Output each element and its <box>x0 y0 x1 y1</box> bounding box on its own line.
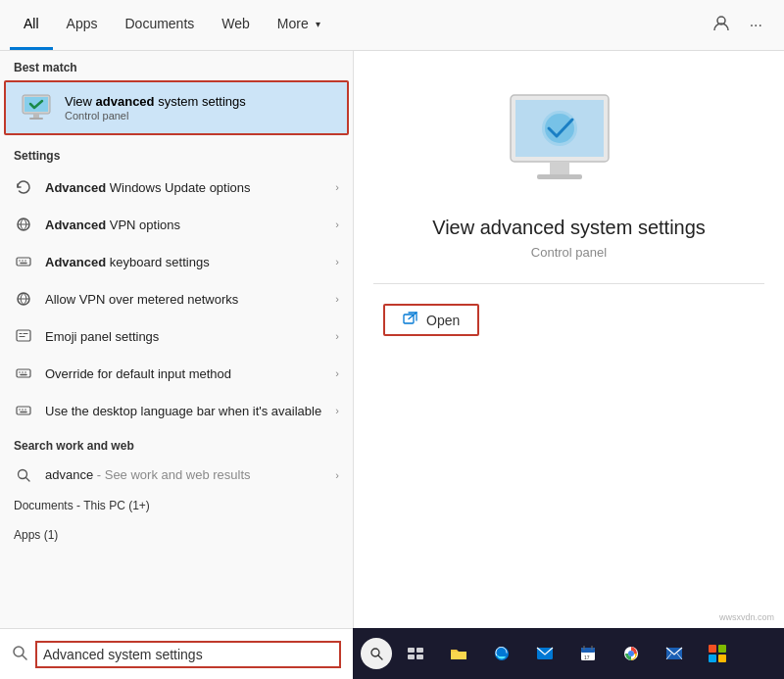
svg-rect-14 <box>17 330 30 341</box>
arrow-icon-1: › <box>335 181 339 193</box>
search-input[interactable] <box>35 641 341 668</box>
svg-rect-56 <box>718 645 726 653</box>
taskbar-calendar-button[interactable]: 17 <box>568 634 608 673</box>
svg-rect-34 <box>550 162 569 175</box>
search-web-item[interactable]: advance - See work and web results › <box>0 459 353 491</box>
tab-more[interactable]: More ▾ <box>264 0 334 50</box>
taskbar-mail-button[interactable] <box>655 634 694 673</box>
taskbar-search-button[interactable] <box>361 638 392 669</box>
taskbar-email-button[interactable] <box>525 634 564 673</box>
settings-item-vpn[interactable]: Advanced VPN options › <box>0 206 353 243</box>
tab-all[interactable]: All <box>10 0 53 50</box>
vpn-icon <box>14 215 33 234</box>
settings-item-input-method[interactable]: Override for default input method › <box>0 355 353 392</box>
arrow-icon-6: › <box>335 367 339 379</box>
svg-rect-45 <box>416 655 423 659</box>
svg-rect-42 <box>408 648 415 653</box>
svg-rect-48 <box>581 648 595 653</box>
settings-section-header: Settings <box>0 139 353 169</box>
input-icon <box>14 364 33 383</box>
settings-item-5-label: Emoji panel settings <box>45 329 323 344</box>
documents-section: Documents - This PC (1+) <box>0 491 353 520</box>
svg-line-29 <box>26 477 30 481</box>
taskbar: 17 <box>353 628 784 679</box>
arrow-icon-7: › <box>335 405 339 416</box>
right-divider <box>373 283 764 284</box>
svg-rect-23 <box>17 407 30 414</box>
taskbar-edge-button[interactable] <box>482 634 521 673</box>
svg-rect-57 <box>709 655 716 662</box>
svg-text:17: 17 <box>584 655 590 660</box>
svg-line-39 <box>23 655 26 659</box>
emoji-icon <box>14 326 33 346</box>
search-web-arrow: › <box>335 469 339 481</box>
search-web-text: advance - See work and web results <box>45 467 323 482</box>
left-panel: Best match View advanced system <box>0 51 353 679</box>
settings-item-keyboard[interactable]: Advanced keyboard settings › <box>0 243 353 280</box>
svg-rect-44 <box>408 655 415 659</box>
chevron-down-icon: ▾ <box>316 19 320 29</box>
taskbar-more-button[interactable] <box>698 634 737 673</box>
svg-rect-7 <box>17 258 30 266</box>
language-icon <box>14 401 33 420</box>
svg-rect-3 <box>33 114 39 118</box>
watermark: wwsxvdn.com <box>719 612 774 622</box>
best-match-title: View advanced system settings <box>65 94 246 111</box>
settings-item-emoji[interactable]: Emoji panel settings › <box>0 317 353 355</box>
best-match-text: View advanced system settings Control pa… <box>65 94 246 122</box>
apps-section: Apps (1) <box>0 520 353 550</box>
svg-point-53 <box>628 651 634 656</box>
best-match-header: Best match <box>0 51 353 80</box>
settings-item-windows-update[interactable]: Advanced Windows Update options › <box>0 169 353 206</box>
keyboard-icon <box>14 252 33 271</box>
svg-rect-43 <box>416 648 423 653</box>
open-label: Open <box>426 313 460 328</box>
search-web-icon <box>14 468 33 482</box>
monitor-illustration <box>506 90 633 197</box>
taskbar-taskview-button[interactable] <box>396 634 435 673</box>
svg-rect-18 <box>17 369 30 377</box>
right-panel-title: View advanced system settings <box>432 217 706 239</box>
nav-tabs: All Apps Documents Web More ▾ ··· <box>0 0 784 51</box>
svg-line-41 <box>378 655 382 659</box>
svg-rect-58 <box>718 655 726 662</box>
search-icon-bottom <box>12 645 27 664</box>
vpn2-icon <box>14 289 33 309</box>
right-panel: View advanced system settings Control pa… <box>353 51 784 679</box>
tab-apps[interactable]: Apps <box>53 0 112 50</box>
sync-icon <box>14 177 33 197</box>
settings-list: Advanced Windows Update options › Advanc… <box>0 169 353 429</box>
settings-item-1-label: Advanced Windows Update options <box>45 180 323 195</box>
arrow-icon-3: › <box>335 256 339 267</box>
tab-documents[interactable]: Documents <box>111 0 208 50</box>
settings-item-4-label: Allow VPN over metered networks <box>45 292 323 307</box>
settings-item-language-bar[interactable]: Use the desktop language bar when it's a… <box>0 392 353 429</box>
monitor-small-icon <box>20 90 55 125</box>
settings-item-3-label: Advanced keyboard settings <box>45 255 323 269</box>
right-panel-subtitle: Control panel <box>531 245 607 260</box>
svg-rect-4 <box>29 118 43 120</box>
best-match-item[interactable]: View advanced system settings Control pa… <box>4 80 349 135</box>
open-icon <box>403 312 418 328</box>
settings-item-metered-vpn[interactable]: Allow VPN over metered networks › <box>0 280 353 317</box>
user-icon[interactable] <box>709 11 734 40</box>
svg-rect-55 <box>709 645 716 653</box>
open-button[interactable]: Open <box>383 304 479 336</box>
more-icon[interactable]: ··· <box>746 13 766 38</box>
svg-rect-2 <box>24 97 48 112</box>
taskbar-folder-button[interactable] <box>439 634 478 673</box>
search-web-header: Search work and web <box>0 429 353 459</box>
best-match-subtitle: Control panel <box>65 110 246 121</box>
settings-item-7-label: Use the desktop language bar when it's a… <box>45 404 323 418</box>
search-bar <box>0 628 353 679</box>
settings-item-2-label: Advanced VPN options <box>45 218 323 232</box>
svg-line-37 <box>409 313 416 319</box>
taskbar-chrome-button[interactable] <box>612 634 651 673</box>
arrow-icon-5: › <box>335 330 339 342</box>
tab-web[interactable]: Web <box>208 0 264 50</box>
arrow-icon-4: › <box>335 293 339 305</box>
svg-rect-35 <box>537 174 582 179</box>
settings-item-6-label: Override for default input method <box>45 366 323 381</box>
arrow-icon-2: › <box>335 218 339 230</box>
